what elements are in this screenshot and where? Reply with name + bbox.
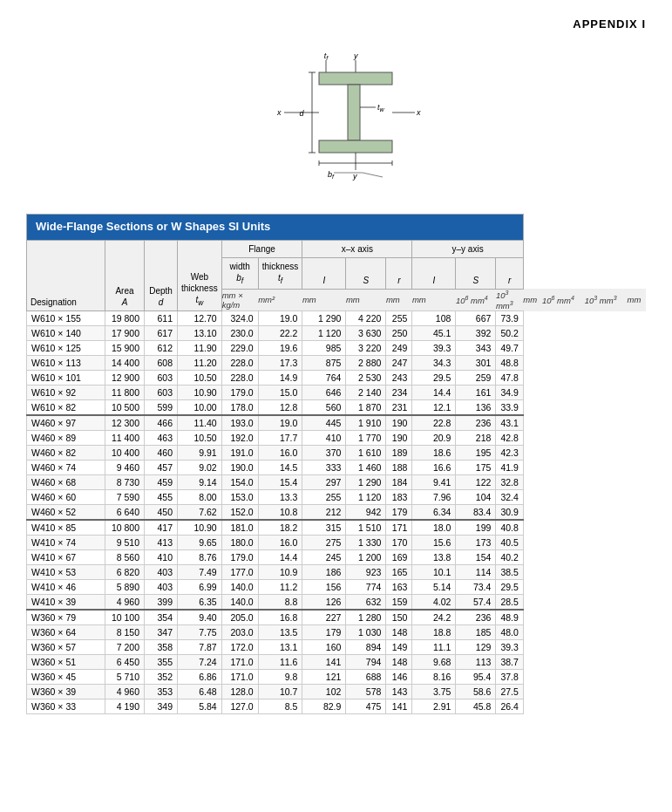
table-row: W610 × 14017 90061713.10230.022.21 1203 … — [27, 326, 646, 341]
table-row: W610 × 10112 90060310.50228.014.97642 53… — [27, 371, 646, 386]
unit-depth: mm — [302, 289, 346, 310]
beam-diagram: tf y d x x tw y bf — [26, 39, 646, 196]
unit-yy-r: mm — [628, 289, 646, 310]
table-row: W360 × 648 1503477.75203.013.51791 03014… — [27, 625, 646, 640]
table-row: W360 × 334 1903495.84127.08.582.94751412… — [27, 699, 646, 714]
header-depth: Depthd — [145, 240, 178, 310]
header-xx-r: r — [386, 257, 412, 289]
header-yy-I: I — [412, 257, 456, 289]
table-row: W610 × 15519 80061112.70324.019.01 2904 … — [27, 311, 646, 326]
header-xx-axis: x–x axis — [302, 240, 412, 257]
unit-xx-r: mm — [523, 289, 542, 310]
table-row: W610 × 12515 90061211.90229.019.69853 22… — [27, 341, 646, 356]
table-row: W360 × 577 2003587.87172.013.11608941491… — [27, 640, 646, 655]
svg-rect-5 — [348, 85, 360, 140]
header-yy-S: S — [456, 257, 496, 289]
svg-text:bf: bf — [328, 170, 335, 180]
svg-text:tw: tw — [377, 103, 385, 113]
table-row: W460 × 8210 4004609.91191.016.03701 6101… — [27, 446, 646, 461]
table-row: W460 × 526 6404507.62152.010.82129421796… — [27, 505, 646, 521]
unit-xx-S: 103 mm3 — [496, 289, 523, 310]
svg-text:y: y — [353, 51, 358, 60]
table-row: W360 × 7910 1003549.40205.016.82271 2801… — [27, 610, 646, 625]
header-flange-thickness: thicknesstf — [258, 257, 302, 289]
table-row: W360 × 394 9603536.48128.010.71025781433… — [27, 685, 646, 699]
svg-text:d: d — [299, 109, 304, 118]
svg-text:y: y — [352, 172, 357, 181]
table-title: Wide-Flange Sections or W Shapes SI Unit… — [27, 215, 524, 241]
header-xx-S: S — [346, 257, 386, 289]
header-flange-width: widthbf — [221, 257, 258, 289]
header-yy-axis: y–y axis — [412, 240, 523, 257]
unit-designation: mm × kg/m — [221, 289, 258, 310]
header-area: AreaA — [105, 240, 145, 310]
table-row: W460 × 688 7304599.14154.015.42971 29018… — [27, 475, 646, 490]
table-row: W460 × 8911 40046310.50192.017.74101 770… — [27, 431, 646, 446]
table-row: W410 × 394 9603996.35140.08.81266321594.… — [27, 595, 646, 611]
svg-text:tf: tf — [323, 51, 329, 61]
header-yy-r: r — [496, 257, 523, 289]
header-flange: Flange — [221, 240, 302, 257]
unit-flange-w: mm — [386, 289, 412, 310]
svg-text:x: x — [416, 108, 421, 117]
svg-rect-4 — [319, 72, 392, 85]
table-row: W360 × 455 7103526.86171.09.81216881468.… — [27, 670, 646, 685]
svg-rect-6 — [319, 140, 392, 153]
table-row: W610 × 11314 40060811.20228.017.38752 88… — [27, 356, 646, 371]
table-row: W410 × 749 5104139.65180.016.02751 33017… — [27, 536, 646, 550]
table-row: W410 × 536 8204037.49177.010.91869231651… — [27, 565, 646, 580]
header-designation: Designation — [27, 240, 105, 310]
table-row: W410 × 465 8904036.99140.011.21567741635… — [27, 580, 646, 595]
svg-text:x: x — [276, 108, 282, 117]
page-title: APPENDIX I — [26, 17, 646, 31]
svg-line-24 — [363, 173, 383, 177]
unit-yy-S: 103 mm3 — [585, 289, 628, 310]
unit-flange-t: mm — [412, 289, 456, 310]
unit-yy-I: 106 mm4 — [542, 289, 585, 310]
unit-area: mm² — [258, 289, 302, 310]
data-table: Wide-Flange Sections or W Shapes SI Unit… — [26, 214, 646, 714]
unit-xx-I: 106 mm4 — [456, 289, 496, 310]
table-row: W610 × 9211 80060310.90179.015.06462 140… — [27, 386, 646, 400]
unit-web: mm — [346, 289, 386, 310]
table-row: W360 × 516 4503557.24171.011.61417941489… — [27, 655, 646, 670]
header-web: Webthicknesstw — [178, 240, 222, 310]
header-xx-I: I — [302, 257, 346, 289]
table-row: W610 × 8210 50059910.00178.012.85601 870… — [27, 400, 646, 416]
table-row: W410 × 678 5604108.76179.014.42451 20016… — [27, 550, 646, 565]
table-row: W460 × 607 5904558.00153.013.32551 12018… — [27, 490, 646, 505]
table-row: W410 × 8510 80041710.90181.018.23151 510… — [27, 520, 646, 536]
table-row: W460 × 9712 30046611.40193.019.04451 910… — [27, 415, 646, 431]
table-row: W460 × 749 4604579.02190.014.53331 46018… — [27, 461, 646, 475]
